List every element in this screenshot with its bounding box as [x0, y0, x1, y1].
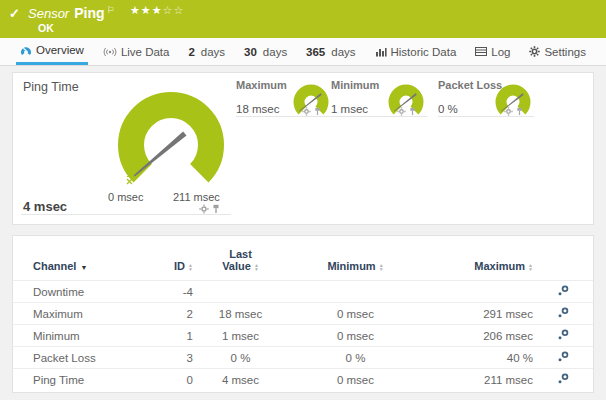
channel-minimum: 0 msec — [288, 325, 423, 347]
tab-log[interactable]: Log — [471, 38, 514, 65]
channel-maximum: 206 msec — [423, 325, 533, 347]
tab-bar: Overview Live Data 2 days 30 days 365 da… — [0, 38, 606, 66]
tab-label: Overview — [36, 44, 84, 56]
divider — [236, 116, 332, 117]
channel-minimum — [288, 281, 423, 303]
sort-both-icon: ▲▼ — [528, 263, 533, 271]
column-header-minimum[interactable]: Minimum▲▼ — [288, 236, 423, 281]
channel-settings-wrench-icon[interactable] — [558, 285, 569, 296]
channel-settings-wrench-icon[interactable] — [558, 307, 569, 318]
tab-settings[interactable]: Settings — [525, 38, 590, 65]
stars-filled: ★★★ — [130, 4, 163, 16]
channel-id: 2 — [148, 303, 193, 325]
log-icon — [475, 47, 487, 56]
gauge-gear-icon[interactable] — [199, 204, 209, 214]
mini-gauge-value: 0 % — [438, 103, 458, 115]
channel-maximum — [423, 281, 533, 303]
tab-30-days[interactable]: 30 days — [240, 38, 291, 65]
tab-label: Log — [491, 46, 510, 58]
tab-number: 2 — [188, 46, 194, 58]
column-header-channel[interactable]: Channel▼ — [13, 236, 148, 281]
mini-gauge-value: 18 msec — [236, 103, 279, 115]
gauge-pin-icon[interactable] — [409, 107, 416, 116]
channel-table: Channel▼ ID▲▼ Last Value▲▼ Minimum▲▼ Max… — [13, 236, 593, 391]
sensor-status-text: OK — [38, 22, 54, 34]
gauge-pin-icon[interactable] — [314, 107, 321, 116]
channel-id: -4 — [148, 281, 193, 303]
tab-label: Historic Data — [391, 46, 457, 58]
tab-number: 30 — [244, 46, 257, 58]
table-row-ping-time: Ping Time 0 4 msec 0 msec 211 msec — [13, 369, 593, 391]
gauge-pin-icon[interactable] — [212, 204, 220, 214]
sort-both-icon: ▲▼ — [379, 263, 384, 271]
table-row-downtime: Downtime -4 — [13, 281, 593, 303]
channel-last-value: 4 msec — [193, 369, 288, 391]
column-label: Minimum — [327, 260, 375, 272]
channel-minimum: 0 msec — [288, 369, 423, 391]
sensor-title: SensorPing⚐ — [28, 5, 115, 21]
gauges-panel: Ping Time 0 msec 211 msec 4 msec — [12, 72, 594, 225]
tab-live-data[interactable]: Live Data — [99, 38, 174, 65]
channel-last-value: 18 msec — [193, 303, 288, 325]
priority-stars[interactable]: ★★★☆☆ — [130, 4, 184, 17]
channel-maximum: 211 msec — [423, 369, 533, 391]
tab-365-days[interactable]: 365 days — [302, 38, 359, 65]
mini-gauge-value: 1 msec — [331, 103, 368, 115]
gauge-gear-icon[interactable] — [397, 107, 406, 116]
gauge-gear-icon[interactable] — [504, 107, 513, 116]
channel-minimum: 0 % — [288, 347, 423, 369]
column-header-last-value[interactable]: Last Value▲▼ — [193, 236, 288, 281]
channel-name: Downtime — [13, 281, 148, 303]
channel-maximum: 291 msec — [423, 303, 533, 325]
channel-name: Ping Time — [13, 369, 148, 391]
channel-settings-wrench-icon[interactable] — [558, 373, 569, 384]
channel-table-panel: Channel▼ ID▲▼ Last Value▲▼ Minimum▲▼ Max… — [12, 235, 594, 393]
column-header-id[interactable]: ID▲▼ — [148, 236, 193, 281]
column-label: Channel — [33, 260, 76, 272]
channel-last-value: 0 % — [193, 347, 288, 369]
sensor-name[interactable]: Ping — [74, 5, 104, 21]
priority-flag-icon[interactable]: ⚐ — [107, 5, 115, 15]
tab-overview[interactable]: Overview — [16, 38, 88, 65]
sort-both-icon: ▲▼ — [254, 263, 259, 271]
gauge-scale-max: 211 msec — [173, 191, 220, 203]
gauge-pin-icon[interactable] — [516, 107, 523, 116]
table-row-maximum: Maximum 2 18 msec 0 msec 291 msec — [13, 303, 593, 325]
divider — [331, 116, 427, 117]
tab-2-days[interactable]: 2 days — [184, 38, 229, 65]
stars-empty: ☆☆ — [163, 4, 185, 16]
column-label: Value — [222, 260, 251, 272]
channel-id: 3 — [148, 347, 193, 369]
column-label: Last — [229, 248, 252, 260]
channel-last-value: 1 msec — [193, 325, 288, 347]
channel-name: Maximum — [13, 303, 148, 325]
mini-gauge-maximum: Maximum 18 msec — [236, 79, 336, 115]
gauge-gear-icon[interactable] — [302, 107, 311, 116]
ok-check-icon: ✓ — [9, 6, 20, 21]
prtg-sensor-page: ✓ SensorPing⚐ ★★★☆☆ OK Overview Live Dat… — [0, 0, 606, 400]
tab-number: 365 — [306, 46, 325, 58]
channel-settings-wrench-icon[interactable] — [558, 351, 569, 362]
sort-both-icon: ▲▼ — [188, 263, 193, 271]
mini-gauge-packet-loss: Packet Loss 0 % — [438, 79, 538, 115]
gauge-icon — [20, 45, 32, 56]
broadcast-icon — [103, 47, 117, 57]
gauge-scale-min: 0 msec — [108, 191, 143, 203]
column-header-maximum[interactable]: Maximum▲▼ — [423, 236, 533, 281]
ping-time-value: 4 msec — [23, 199, 67, 214]
channel-id: 0 — [148, 369, 193, 391]
divider — [21, 214, 231, 215]
tab-label: days — [201, 46, 225, 58]
channel-settings-wrench-icon[interactable] — [558, 329, 569, 340]
column-header-actions — [533, 236, 593, 281]
channel-maximum: 40 % — [423, 347, 533, 369]
tab-historic-data[interactable]: Historic Data — [371, 38, 461, 65]
channel-minimum: 0 msec — [288, 303, 423, 325]
tab-label: Live Data — [121, 46, 170, 58]
big-gauge-title: Ping Time — [23, 80, 79, 94]
sort-desc-icon: ▼ — [80, 264, 87, 271]
channel-name: Minimum — [13, 325, 148, 347]
channel-name: Packet Loss — [13, 347, 148, 369]
channel-last-value — [193, 281, 288, 303]
column-label: ID — [174, 260, 185, 272]
